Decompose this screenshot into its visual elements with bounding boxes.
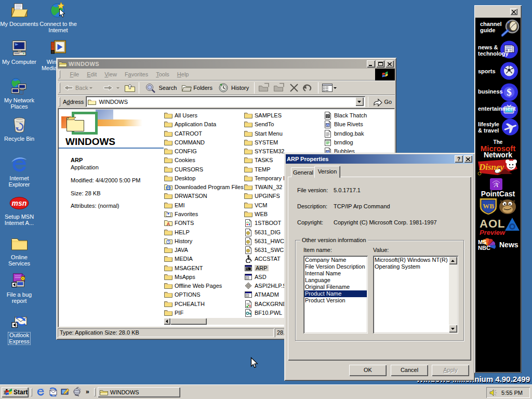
svg-text:A: A — [494, 181, 498, 189]
svg-text:Disney: Disney — [478, 162, 504, 172]
svg-text:msn: msn — [12, 199, 27, 207]
svg-text:WB: WB — [483, 202, 494, 210]
svg-text:$: $ — [507, 87, 512, 98]
svg-text:NBC: NBC — [478, 245, 490, 251]
